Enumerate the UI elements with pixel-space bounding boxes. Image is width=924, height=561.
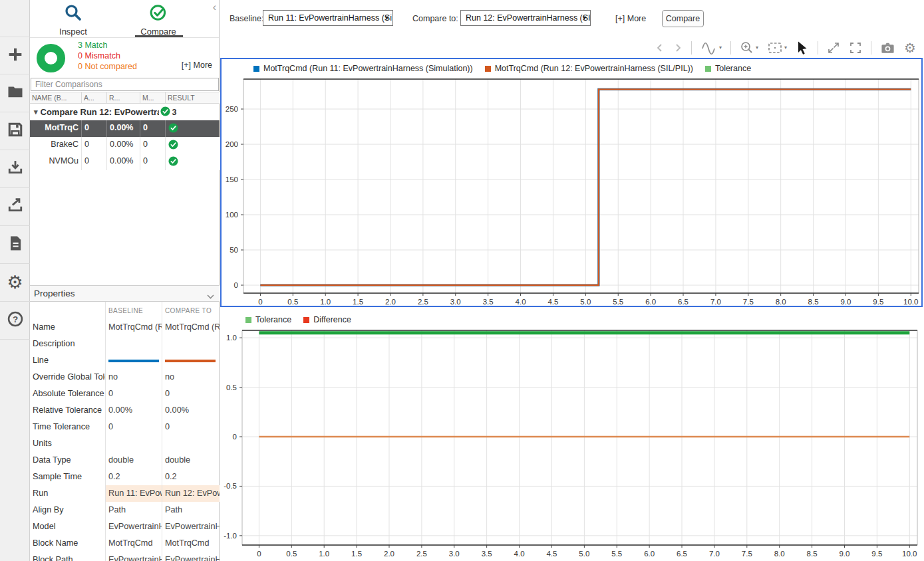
properties-header[interactable]: Properties [30,285,220,302]
property-baseline-value[interactable]: MotTrqCmd [105,535,162,552]
difference-plot-panel[interactable]: ToleranceDifference 00.51.01.52.02.53.03… [220,310,923,561]
property-row: Sample Time0.20.2 [30,469,220,485]
prev-arrow-icon[interactable] [655,43,665,53]
property-row: Data Typedoubledouble [30,452,220,469]
chevron-down-icon[interactable] [207,291,214,301]
compare-to-label: Compare to: [412,14,458,23]
svg-text:?: ? [12,314,17,324]
more-options-link[interactable]: [+] More [615,14,646,23]
svg-text:4.0: 4.0 [516,298,526,306]
property-row: Override Global Tolenono [30,369,220,386]
property-compare-value[interactable]: double [162,452,220,469]
property-compare-value[interactable]: 0.00% [162,402,220,419]
svg-text:7.5: 7.5 [742,550,752,558]
rail-button-preferences[interactable]: ⚙ [0,264,30,302]
property-baseline-value[interactable]: 0 [105,386,162,402]
compare-to-run-dropdown[interactable]: Run 12: EvPowertrainHarness (SI ▼ [460,10,591,26]
table-row[interactable]: MotTrqC00.00%0 [30,120,220,137]
rail-button-help[interactable]: ? [0,302,30,340]
next-arrow-icon[interactable] [673,43,683,53]
property-compare-value[interactable]: MotTrqCmd [162,535,220,552]
property-label: Relative Tolerance [30,402,105,419]
property-baseline-value[interactable]: 0.2 [105,469,162,485]
expand-triangle-icon[interactable]: ▾ [34,108,38,116]
expand-icon[interactable] [827,41,840,55]
property-compare-value[interactable]: 0 [162,419,220,435]
pass-check-icon [160,106,170,118]
chevron-left-icon[interactable]: ‹ [213,1,216,13]
zoom-in-icon[interactable]: ▾ [740,41,758,55]
property-compare-value[interactable]: Run 12: EvPow [162,485,220,502]
property-baseline-value[interactable]: 0.00% [105,402,162,419]
max-diff-value: 0 [140,137,166,154]
comparison-plot-panel[interactable]: MotTrqCmd (Run 11: EvPowertrainHarness (… [220,58,923,307]
property-baseline-value[interactable]: 0 [105,419,162,435]
property-label: Units [30,435,105,452]
property-baseline-value[interactable]: double [105,452,162,469]
property-compare-value[interactable]: EvPowertrainH [162,552,220,561]
max-diff-value: 0 [140,154,166,170]
column-header-name[interactable]: NAME (B... [30,92,82,103]
sidebar-tabs: Inspect Compare ‹ [30,0,219,38]
signal-wave-icon[interactable]: ▾ [700,41,722,55]
property-compare-value[interactable]: 0.2 [162,469,220,485]
tab-inspect[interactable]: Inspect [33,3,113,37]
property-compare-value[interactable]: no [162,369,220,386]
tab-compare[interactable]: Compare [118,3,198,37]
svg-text:250: 250 [226,105,238,113]
column-header-abs[interactable]: A... [82,92,107,103]
filter-comparisons-input[interactable] [31,78,219,91]
property-compare-value[interactable]: EvPowertrainH [162,518,220,535]
comparison-group-row[interactable]: ▾ Compare Run 12: EvPowertrainH 3 [30,104,220,120]
property-compare-value[interactable] [162,435,220,452]
table-row[interactable]: BrakeC00.00%0 [30,137,220,154]
property-compare-value[interactable]: 0 [162,386,220,402]
rail-button-import[interactable] [0,150,30,188]
rail-button-open[interactable] [0,74,30,112]
property-baseline-value[interactable] [105,435,162,452]
property-row: Block PathEvPowertrainHEvPowertrainH [30,552,220,561]
camera-icon[interactable] [880,41,895,55]
property-compare-value[interactable] [162,352,220,369]
property-baseline-value[interactable]: MotTrqCmd (R [105,319,162,336]
summary-more-link[interactable]: [+] More [182,60,212,70]
abs-tolerance-value: 0 [82,137,107,154]
column-header-rel[interactable]: R... [107,92,140,103]
rail-button-create-report[interactable] [0,226,30,264]
cursor-pointer-icon[interactable] [796,41,809,55]
property-label: Model [30,518,105,535]
baseline-run-dropdown[interactable]: Run 11: EvPowertrainHarness (Si ▼ [263,10,393,26]
property-baseline-value[interactable] [105,352,162,369]
svg-text:1.0: 1.0 [319,550,329,558]
property-label: Block Path [30,552,105,561]
folder-icon [6,82,25,104]
property-baseline-value[interactable]: Path [105,502,162,518]
column-header-max[interactable]: M... [140,92,166,103]
difference-plot-area[interactable]: 00.51.01.52.02.53.03.54.04.55.05.56.06.5… [220,310,923,561]
fullscreen-icon[interactable] [849,41,862,55]
compare-button[interactable]: Compare [662,10,704,27]
property-baseline-value[interactable]: no [105,369,162,386]
table-row[interactable]: NVMOu00.00%0 [30,154,220,170]
property-baseline-value[interactable]: Run 11: EvPow [105,485,162,502]
svg-text:6.5: 6.5 [677,550,687,558]
gear-icon[interactable]: ⚙ [904,41,916,55]
plus-icon [6,45,25,66]
property-baseline-value[interactable]: EvPowertrainH [105,552,162,561]
property-compare-value[interactable]: MotTrqCmd (R [162,319,220,336]
property-compare-value[interactable] [162,336,220,352]
toolbar-divider [818,41,818,55]
svg-text:4.0: 4.0 [514,550,525,558]
column-header-result[interactable]: RESULT [166,92,220,103]
pass-check-icon [166,137,220,154]
rail-button-export[interactable] [0,188,30,226]
property-baseline-value[interactable]: EvPowertrainH [105,518,162,535]
import-icon [6,158,25,179]
compare-line-swatch [165,360,216,362]
property-compare-value[interactable]: Path [162,502,220,518]
comparison-plot-area[interactable]: 00.51.01.52.02.53.03.54.04.55.05.56.06.5… [222,59,921,306]
property-baseline-value[interactable] [105,336,162,352]
rail-button-add[interactable] [0,37,30,74]
rail-button-save[interactable] [0,112,30,150]
fit-to-view-icon[interactable]: ▾ [767,41,787,55]
